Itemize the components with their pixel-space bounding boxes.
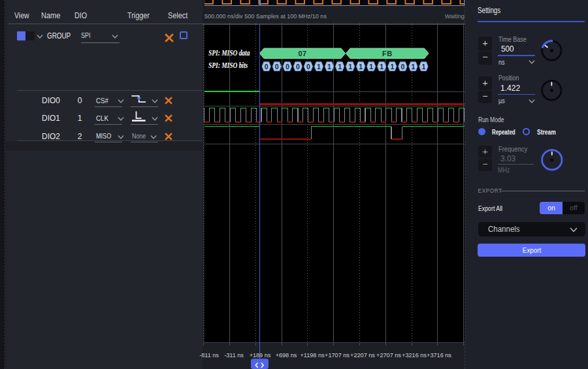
svg-text:1: 1 <box>411 63 415 71</box>
svg-text:1: 1 <box>327 63 331 71</box>
svg-text:07: 07 <box>298 50 306 57</box>
svg-text:0: 0 <box>400 63 404 71</box>
svg-text:1: 1 <box>422 63 426 71</box>
svg-text:1: 1 <box>317 63 321 71</box>
svg-text:0: 0 <box>306 63 310 71</box>
svg-text:FB: FB <box>382 50 393 57</box>
svg-text:1: 1 <box>369 63 373 71</box>
svg-text:1: 1 <box>338 63 342 71</box>
svg-text:1: 1 <box>390 63 394 71</box>
svg-text:0: 0 <box>275 63 279 71</box>
svg-text:0: 0 <box>265 63 269 71</box>
svg-text:1: 1 <box>380 63 384 71</box>
svg-text:1: 1 <box>348 63 352 71</box>
svg-text:0: 0 <box>296 63 300 71</box>
svg-text:0: 0 <box>286 63 289 71</box>
svg-text:1: 1 <box>359 63 363 71</box>
